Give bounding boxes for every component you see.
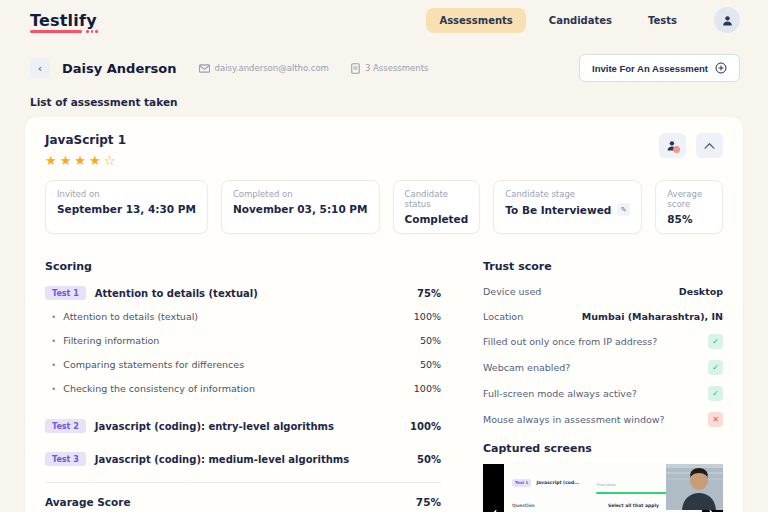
- subskill-name: Comparing statements for differences: [51, 359, 244, 370]
- captured-screens-heading: Captured screens: [483, 442, 723, 455]
- assessment-card: JavaScript 1 ★★★★☆ Invited onSeptember 1…: [25, 117, 743, 512]
- star-rating[interactable]: ★★★★☆: [45, 153, 126, 168]
- test-row: Test 2Javascript (coding): entry-level a…: [45, 419, 441, 433]
- info-box: Candidate statusCompleted: [393, 180, 481, 234]
- test-row-left: Test 3Javascript (coding): medium-level …: [45, 452, 349, 466]
- trust-row-label: Location: [483, 311, 523, 322]
- assessment-title: JavaScript 1: [45, 133, 126, 147]
- document-icon: [351, 63, 360, 74]
- info-box: Average score85%: [655, 180, 723, 234]
- captured-screens-carousel: Test 1 Javascript (cod... Time taken 90%: [483, 464, 723, 512]
- scoring-heading: Scoring: [45, 260, 441, 273]
- subskill-list: Attention to details (textual)100%Filter…: [45, 304, 441, 400]
- test-score: 50%: [417, 454, 441, 465]
- trust-row-label: Webcam enabled?: [483, 362, 570, 373]
- test-badge: Test 3: [45, 452, 86, 466]
- nav-item-candidates[interactable]: Candidates: [536, 8, 625, 33]
- info-box: Candidate stageTo Be Interviewed✎: [493, 180, 642, 234]
- subskill-score: 100%: [414, 311, 441, 322]
- subskill-row: Filtering information50%: [45, 328, 441, 352]
- info-box-label: Completed on: [233, 189, 368, 199]
- chevron-up-icon: [704, 142, 715, 149]
- star-filled-icon: ★: [89, 153, 104, 168]
- candidate-name: Daisy Anderson: [62, 61, 177, 76]
- invite-assessment-button[interactable]: Invite For An Assessment: [579, 54, 740, 82]
- brand-dots: [86, 30, 98, 33]
- trust-row-label: Mouse always in assessment window?: [483, 414, 665, 425]
- assessments-count: 3 Assessments: [351, 63, 429, 74]
- user-icon: [721, 14, 734, 27]
- subskill-score: 50%: [420, 359, 441, 370]
- trust-row: Webcam enabled?✓: [483, 360, 723, 375]
- test-row: Test 1Attention to details (textual)75%: [45, 286, 441, 300]
- assessments-count-text: 3 Assessments: [365, 63, 429, 73]
- page-subtitle: List of assessment taken: [30, 96, 768, 108]
- test-row-left: Test 2Javascript (coding): entry-level a…: [45, 419, 334, 433]
- subskill-name: Attention to details (textual): [51, 311, 198, 322]
- trust-row: Full-screen mode always active?✓: [483, 386, 723, 401]
- back-button[interactable]: ‹: [30, 58, 50, 78]
- trust-row: LocationMumbai (Maharashtra), IN: [483, 309, 723, 323]
- star-filled-icon: ★: [74, 153, 89, 168]
- nav-item-assessments[interactable]: Assessments: [426, 8, 525, 33]
- collapse-button[interactable]: [696, 133, 723, 158]
- info-box-label: Candidate stage: [505, 189, 630, 199]
- carousel-prev-button[interactable]: [483, 464, 504, 512]
- webcam-snapshot: [666, 464, 723, 510]
- trust-row-value: Mumbai (Maharashtra), IN: [582, 311, 723, 322]
- nav-items: AssessmentsCandidatesTests: [426, 7, 740, 33]
- info-box: Completed onNovember 03, 5:10 PM: [221, 180, 380, 234]
- info-box-value: September 13, 4:30 PM: [57, 203, 196, 215]
- star-filled-icon: ★: [60, 153, 75, 168]
- candidate-header: ‹ Daisy Anderson daisy.anderson@altho.co…: [30, 54, 740, 82]
- thumb-title: Javascript (cod...: [536, 480, 579, 485]
- info-box-value: Completed: [405, 213, 469, 225]
- info-box-value: 85%: [667, 213, 711, 225]
- test-name: Javascript (coding): medium-level algori…: [95, 454, 349, 465]
- test-badge: Test 2: [45, 419, 86, 433]
- candidate-email-text: daisy.anderson@altho.com: [215, 63, 329, 73]
- trust-score-heading: Trust score: [483, 260, 723, 273]
- test-badge: Test 1: [45, 286, 86, 300]
- average-score-label: Avarage Score: [45, 496, 131, 508]
- info-box: Invited onSeptember 13, 4:30 PM: [45, 180, 208, 234]
- star-empty-icon: ☆: [104, 153, 119, 168]
- envelope-icon: [199, 64, 210, 73]
- nav-item-tests[interactable]: Tests: [635, 8, 690, 33]
- top-nav: Testlify AssessmentsCandidatesTests: [0, 0, 768, 40]
- test-score: 75%: [417, 288, 441, 299]
- trust-row-label: Filled out only once from IP address?: [483, 336, 657, 347]
- candidate-action-button[interactable]: [659, 133, 686, 158]
- info-box-label: Candidate status: [405, 189, 469, 209]
- star-filled-icon: ★: [45, 153, 60, 168]
- circle-plus-icon: [715, 62, 727, 74]
- cross-badge-icon: ✕: [708, 412, 723, 427]
- info-boxes: Invited onSeptember 13, 4:30 PMCompleted…: [45, 180, 723, 234]
- invite-assessment-label: Invite For An Assessment: [592, 63, 708, 74]
- subskill-score: 100%: [414, 383, 441, 394]
- check-badge-icon: ✓: [708, 334, 723, 349]
- trust-row-label: Full-screen mode always active?: [483, 388, 637, 399]
- info-box-value: To Be Interviewed✎: [505, 203, 630, 216]
- trust-row: Device usedDesktop: [483, 284, 723, 298]
- trust-row-label: Device used: [483, 286, 541, 297]
- brand-name: Testlify: [30, 11, 97, 30]
- person-badge-dot: [673, 146, 680, 153]
- trust-row-value: Desktop: [679, 286, 723, 297]
- thumb-test-badge: Test 1: [512, 479, 531, 487]
- user-avatar-button[interactable]: [714, 7, 740, 33]
- candidate-email: daisy.anderson@altho.com: [199, 63, 329, 73]
- subskill-row: Attention to details (textual)100%: [45, 304, 441, 328]
- average-score-value: 75%: [416, 496, 441, 508]
- assessment-title-block: JavaScript 1 ★★★★☆: [45, 133, 126, 168]
- check-badge-icon: ✓: [708, 360, 723, 375]
- edit-stage-button[interactable]: ✎: [617, 203, 630, 216]
- trust-score-section: Trust score Device usedDesktopLocationMu…: [483, 260, 723, 512]
- webcam-person-image: [666, 464, 723, 510]
- brand-logo[interactable]: Testlify: [30, 11, 97, 30]
- test-row: Test 3Javascript (coding): medium-level …: [45, 452, 441, 466]
- average-score-row: Avarage Score 75%: [45, 483, 441, 512]
- test-score: 100%: [410, 421, 441, 432]
- info-box-value: November 03, 5:10 PM: [233, 203, 368, 215]
- test-row-left: Test 1Attention to details (textual): [45, 286, 258, 300]
